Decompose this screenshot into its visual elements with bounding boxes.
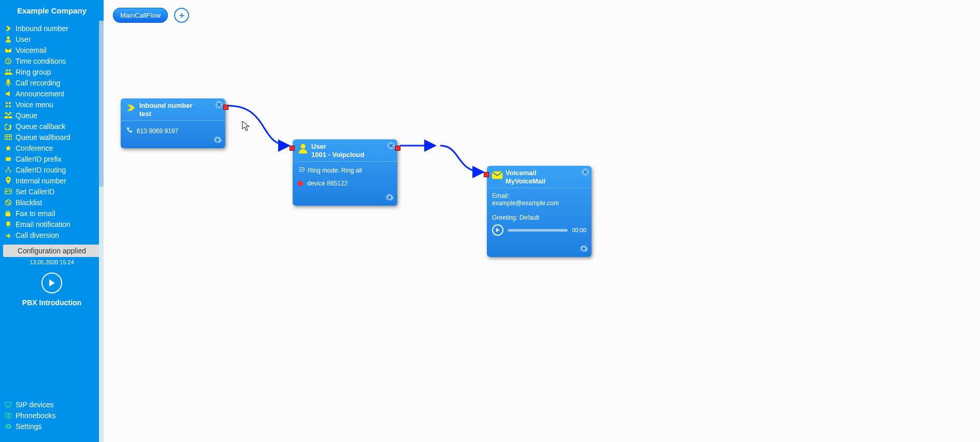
sidebar-item-label: Ring group — [16, 68, 51, 76]
clock-icon — [3, 58, 13, 65]
sidebar-item-inbound-number[interactable]: Inbound number — [0, 23, 104, 34]
node-close-button[interactable] — [387, 142, 395, 149]
node-close-button[interactable] — [582, 168, 589, 176]
svg-point-7 — [6, 190, 8, 192]
flow-canvas[interactable]: MainCallFlow Inbound number test — [104, 0, 980, 442]
configuration-applied-bar[interactable]: Configuration applied — [3, 245, 100, 257]
flow-tab-label: MainCallFlow — [120, 11, 161, 19]
sidebar-bottom-list: SIP devices Phonebooks Settings — [0, 399, 99, 432]
node-close-button[interactable] — [215, 101, 223, 108]
ring-mode-value: Ring all — [341, 167, 362, 174]
device-label: device 865122 — [307, 180, 348, 187]
sidebar-item-label: CallerID prefix — [16, 155, 62, 163]
sidebar-item-label: Voicemail — [16, 46, 47, 54]
svg-rect-1 — [7, 79, 9, 83]
sidebar-scrollbar[interactable] — [99, 21, 104, 442]
sidebar-item-voicemail[interactable]: Voicemail — [0, 45, 104, 55]
close-icon — [217, 103, 221, 107]
node-settings-button[interactable] — [579, 244, 588, 255]
sidebar-item-queue-wallboard[interactable]: Queue wallboard — [0, 132, 104, 142]
sidebar-item-label: Queue callback — [16, 122, 66, 131]
pbx-intro-play-button[interactable] — [41, 273, 62, 293]
sidebar-item-set-callerid[interactable]: Set CallerID — [0, 186, 104, 197]
node-voicemail[interactable]: Voicemail MyVoiceMail Email: example@exa… — [487, 166, 592, 257]
phone-icon — [126, 127, 133, 135]
sidebar-item-announcement[interactable]: Announcement — [0, 88, 104, 99]
gear-icon — [213, 135, 222, 145]
set-callerid-icon — [3, 189, 13, 195]
node-user[interactable]: User 1001 - Voipcloud Ring mode: Ring al… — [293, 139, 397, 206]
sidebar-item-blacklist[interactable]: Blacklist — [0, 197, 104, 208]
node-output-socket[interactable] — [395, 146, 400, 151]
sidebar-item-label: Announcement — [16, 90, 64, 98]
sidebar-item-voice-menu[interactable]: Voice menu — [0, 99, 104, 110]
sidebar-item-queue-callback[interactable]: Queue callback — [0, 121, 104, 132]
sidebar-item-ring-group[interactable]: Ring group — [0, 66, 104, 77]
menu-icon — [3, 101, 13, 108]
sidebar-item-label: Set CallerID — [16, 188, 54, 196]
sidebar-item-label: Inbound number — [16, 24, 68, 33]
sidebar-item-settings[interactable]: Settings — [0, 421, 99, 432]
megaphone-icon — [3, 90, 13, 97]
sidebar-item-label: Email notification — [16, 220, 70, 229]
svg-rect-2 — [5, 134, 12, 139]
sidebar-item-label: Blacklist — [16, 198, 42, 207]
sidebar-item-label: Phonebooks — [16, 411, 56, 420]
callerid-routing-icon — [3, 166, 13, 174]
sidebar-item-call-recording[interactable]: Call recording — [0, 77, 104, 88]
play-icon — [48, 279, 55, 287]
voicemail-audio-track[interactable] — [508, 229, 568, 232]
mail-icon — [491, 169, 503, 181]
node-inbound-number[interactable]: Inbound number test 613 9069 9197 — [121, 98, 225, 148]
sidebar-item-internal-number[interactable]: Internal number — [0, 175, 104, 186]
node-output-socket[interactable] — [223, 105, 228, 110]
plus-icon — [178, 12, 185, 19]
gear-icon — [3, 423, 13, 430]
sidebar-item-label: SIP devices — [16, 401, 54, 409]
callback-icon — [3, 123, 13, 130]
bell-icon — [3, 221, 13, 228]
node-input-socket[interactable] — [290, 146, 295, 151]
arrow-right-icon — [3, 25, 13, 32]
monitor-icon — [3, 402, 13, 408]
group-icon — [3, 68, 13, 76]
sidebar-item-phonebooks[interactable]: Phonebooks — [0, 410, 99, 421]
svg-point-3 — [8, 166, 9, 167]
sidebar-item-user[interactable]: User — [0, 34, 104, 45]
svg-point-5 — [10, 170, 11, 171]
sidebar-item-callerid-prefix[interactable]: CallerID prefix — [0, 153, 104, 164]
user-icon — [297, 142, 309, 155]
node-subtitle: 1001 - Voipcloud — [311, 151, 364, 159]
pin-icon — [3, 177, 13, 185]
node-title: Inbound number — [139, 102, 193, 110]
close-icon — [389, 144, 393, 148]
mouse-cursor — [242, 121, 250, 131]
pbx-intro-label: PBX Introduction — [0, 298, 104, 307]
sidebar-item-time-conditions[interactable]: Time conditions — [0, 55, 104, 66]
mic-icon — [3, 79, 13, 87]
sidebar-item-label: Queue — [16, 111, 37, 120]
sidebar-item-list: Inbound number User Voicemail Time condi… — [0, 21, 104, 240]
sidebar-item-queue[interactable]: Queue — [0, 110, 104, 121]
node-subtitle: test — [139, 110, 193, 118]
sidebar-item-callerid-routing[interactable]: CallerID routing — [0, 164, 104, 175]
gear-icon — [385, 193, 394, 202]
sidebar-item-email-notification[interactable]: Email notification — [0, 219, 104, 230]
node-settings-button[interactable] — [385, 193, 394, 204]
mail-icon — [3, 47, 13, 53]
device-status-dot — [298, 181, 303, 186]
add-flow-button[interactable] — [174, 8, 189, 23]
node-title: Voicemail — [506, 169, 545, 177]
sidebar-item-label: Conference — [16, 144, 53, 152]
sidebar-item-sip-devices[interactable]: SIP devices — [0, 399, 99, 410]
voicemail-play-button[interactable] — [492, 224, 503, 236]
ring-mode-label: Ring mode: — [308, 167, 341, 174]
flow-tab-active[interactable]: MainCallFlow — [113, 8, 168, 23]
node-input-socket[interactable] — [484, 172, 489, 177]
sidebar-item-fax-to-email[interactable]: Fax to email — [0, 208, 104, 219]
sidebar-item-conference[interactable]: Conference — [0, 142, 104, 153]
play-icon — [496, 227, 500, 233]
sidebar-item-call-diversion[interactable]: Call diversion — [0, 230, 104, 240]
node-settings-button[interactable] — [213, 135, 222, 146]
sidebar-scrollbar-thumb[interactable] — [99, 21, 104, 187]
